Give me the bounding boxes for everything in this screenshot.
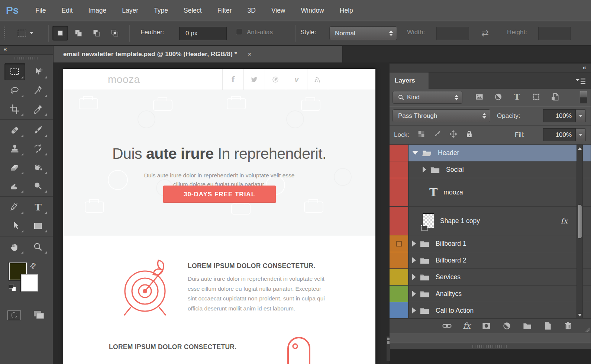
twitter-link[interactable] bbox=[243, 69, 265, 90]
menu-help[interactable]: Help bbox=[332, 0, 361, 21]
expand-icon[interactable] bbox=[412, 241, 416, 247]
facebook-link[interactable]: f bbox=[222, 69, 243, 90]
collapse-dock-icon[interactable]: « bbox=[583, 64, 585, 71]
menu-edit[interactable]: Edit bbox=[54, 0, 80, 21]
layer-content[interactable]: Tmooza bbox=[408, 178, 591, 207]
layer-visibility-toggle[interactable] bbox=[390, 269, 408, 286]
canvas-pasteboard[interactable]: mooza fv Duis aute irure In reprehenderi… bbox=[53, 62, 389, 364]
layer-content[interactable]: Social bbox=[408, 161, 591, 178]
tool-preset-picker[interactable] bbox=[13, 26, 43, 40]
image-filter-icon[interactable] bbox=[474, 92, 484, 102]
adjustment-filter-icon[interactable] bbox=[493, 92, 503, 102]
layer-row[interactable]: Shape 1 copyfx bbox=[390, 207, 591, 235]
new-selection-button[interactable] bbox=[53, 26, 68, 40]
panel-divider-grip[interactable] bbox=[389, 343, 591, 349]
dodge-tool[interactable] bbox=[28, 177, 49, 194]
layer-row[interactable]: Header bbox=[390, 145, 591, 161]
layer-content[interactable]: Services bbox=[408, 269, 591, 286]
rss-link[interactable] bbox=[307, 69, 328, 90]
expand-icon[interactable] bbox=[412, 257, 416, 263]
fill-dropdown-button[interactable] bbox=[576, 128, 586, 141]
crop-tool[interactable] bbox=[4, 100, 25, 117]
menu-view[interactable]: View bbox=[264, 0, 293, 21]
layer-row[interactable]: Services bbox=[390, 269, 591, 286]
scroll-up-icon[interactable] bbox=[577, 145, 582, 151]
menu-window[interactable]: Window bbox=[293, 0, 332, 21]
lock-all-icon[interactable] bbox=[465, 130, 473, 138]
height-input[interactable] bbox=[538, 27, 571, 40]
menu-filter[interactable]: Filter bbox=[210, 0, 240, 21]
type-filter-icon[interactable]: T bbox=[512, 92, 522, 102]
tools-panel-grip[interactable] bbox=[0, 55, 53, 61]
eraser-tool[interactable] bbox=[4, 159, 25, 176]
subtract-from-selection-button[interactable] bbox=[89, 26, 104, 40]
layers-scrollbar[interactable] bbox=[577, 145, 583, 318]
eyedropper-tool[interactable] bbox=[28, 100, 49, 117]
layer-content[interactable]: Call to Action bbox=[408, 302, 591, 318]
path-selection-tool[interactable] bbox=[4, 217, 25, 234]
options-grip[interactable] bbox=[4, 26, 5, 41]
close-icon[interactable]: × bbox=[248, 50, 252, 58]
fx-icon[interactable]: fx bbox=[463, 321, 471, 331]
brush-tool[interactable] bbox=[28, 122, 49, 139]
expand-icon[interactable] bbox=[412, 274, 416, 280]
layer-content[interactable]: Billboard 2 bbox=[408, 252, 591, 269]
layer-row[interactable]: Analitycs bbox=[390, 286, 591, 302]
adjustment-layer-icon[interactable] bbox=[502, 321, 511, 331]
paint-bucket-tool[interactable] bbox=[28, 159, 49, 176]
add-to-selection-button[interactable] bbox=[71, 26, 86, 40]
expand-icon[interactable] bbox=[423, 167, 426, 173]
spot-healing-tool[interactable] bbox=[4, 122, 25, 139]
type-tool[interactable]: T bbox=[28, 199, 49, 216]
scroll-down-icon[interactable] bbox=[577, 312, 582, 318]
quick-mask-button[interactable] bbox=[7, 310, 21, 320]
new-group-icon[interactable] bbox=[523, 321, 532, 331]
scrollbar-thumb[interactable] bbox=[577, 204, 582, 239]
rectangular-marquee-tool[interactable] bbox=[4, 63, 25, 80]
lock-pixels-icon[interactable] bbox=[433, 130, 441, 138]
cta-button[interactable]: 30-DAYS FREE TRIAL bbox=[163, 186, 276, 203]
opacity-value[interactable]: 100% bbox=[543, 109, 576, 122]
lock-position-icon[interactable] bbox=[449, 130, 457, 138]
lasso-tool[interactable] bbox=[4, 82, 25, 99]
vimeo-link[interactable]: v bbox=[286, 69, 307, 90]
opacity-dropdown-button[interactable] bbox=[576, 109, 586, 122]
canvas-document[interactable]: mooza fv Duis aute irure In reprehenderi… bbox=[63, 69, 375, 364]
intersect-selection-button[interactable] bbox=[107, 26, 122, 40]
layer-visibility-toggle[interactable] bbox=[390, 286, 408, 302]
layer-row[interactable]: Social bbox=[390, 161, 591, 178]
history-brush-tool[interactable] bbox=[28, 140, 49, 157]
smudge-tool[interactable] bbox=[4, 177, 25, 194]
layer-visibility-toggle[interactable] bbox=[390, 161, 408, 178]
layer-content[interactable]: Billboard 1 bbox=[408, 235, 591, 252]
expand-icon[interactable] bbox=[412, 307, 416, 313]
width-input[interactable] bbox=[436, 27, 469, 40]
filter-toggle-switch[interactable] bbox=[580, 91, 587, 103]
tab-layers[interactable]: Layers bbox=[390, 73, 429, 89]
layer-visibility-toggle[interactable] bbox=[390, 235, 408, 252]
tools-panel-collapse[interactable]: « bbox=[0, 46, 53, 55]
zoom-tool[interactable] bbox=[28, 238, 49, 255]
menu-image[interactable]: Image bbox=[81, 0, 114, 21]
pen-tool[interactable] bbox=[4, 199, 25, 216]
collapse-icon[interactable] bbox=[412, 151, 418, 155]
menu-3d[interactable]: 3D bbox=[240, 0, 264, 21]
rectangle-tool[interactable] bbox=[28, 217, 49, 234]
link-icon[interactable] bbox=[442, 321, 452, 331]
panel-menu-icon[interactable] bbox=[575, 77, 586, 84]
layer-visibility-toggle[interactable] bbox=[390, 302, 408, 318]
background-color-swatch[interactable] bbox=[21, 274, 38, 291]
delete-icon[interactable] bbox=[563, 321, 573, 331]
menu-file[interactable]: File bbox=[28, 0, 54, 21]
layer-mask-icon[interactable] bbox=[482, 321, 491, 331]
screen-mode-button[interactable] bbox=[33, 310, 45, 320]
layer-row[interactable]: Tmooza bbox=[390, 178, 591, 207]
menu-type[interactable]: Type bbox=[146, 0, 176, 21]
swap-colors-icon[interactable]: ⇄ bbox=[28, 260, 38, 271]
clone-stamp-tool[interactable] bbox=[4, 140, 25, 157]
smart-object-filter-icon[interactable] bbox=[550, 92, 560, 102]
layer-row[interactable]: Billboard 1 bbox=[390, 235, 591, 252]
document-tab[interactable]: email newsletter template.psd @ 100% (He… bbox=[54, 46, 343, 62]
expand-icon[interactable] bbox=[412, 291, 416, 297]
menu-select[interactable]: Select bbox=[176, 0, 210, 21]
